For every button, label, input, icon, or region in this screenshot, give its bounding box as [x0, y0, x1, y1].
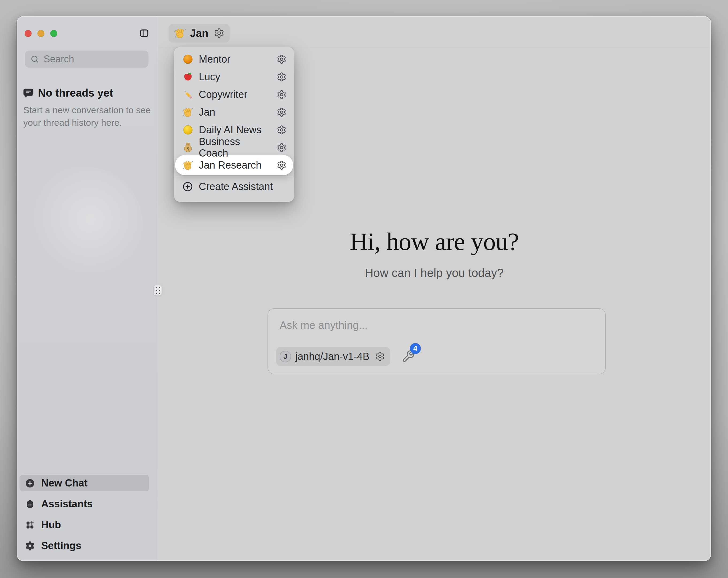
window-content: Search No threads yet Start a new conver…: [18, 17, 710, 560]
gear-filled-icon: [25, 541, 35, 551]
sidebar: Search No threads yet Start a new conver…: [18, 17, 158, 560]
menu-item-create-assistant[interactable]: Create Assistant: [174, 178, 294, 195]
model-name: janhq/Jan-v1-4B: [295, 351, 369, 362]
nav-label: Assistants: [41, 498, 93, 510]
sidebar-item-settings[interactable]: Settings: [20, 537, 149, 554]
menu-item-lucy[interactable]: Lucy: [174, 68, 294, 85]
orange-circle-icon: [182, 53, 194, 65]
gear-icon[interactable]: [277, 107, 287, 117]
traffic-lights: [25, 30, 57, 37]
gear-icon[interactable]: [277, 143, 287, 153]
chat-bubble-icon: [23, 87, 34, 99]
greeting-subtitle: How can I help you today?: [158, 266, 710, 280]
hub-grid-icon: [25, 520, 35, 530]
svg-text:$: $: [186, 146, 189, 151]
plus-circle-outline-icon: [182, 181, 193, 192]
search-icon: [30, 55, 39, 64]
waving-hand-icon: [182, 106, 194, 118]
sidebar-item-assistants[interactable]: Assistants: [20, 496, 149, 512]
composer[interactable]: Ask me anything... J janhq/Jan-v1-4B 4: [267, 308, 606, 374]
money-bag-icon: $: [182, 142, 194, 153]
sidebar-resize-handle[interactable]: [154, 285, 162, 296]
waving-hand-icon: [182, 159, 194, 171]
empty-state-title: No threads yet: [38, 87, 113, 99]
composer-toolbar: J janhq/Jan-v1-4B 4: [276, 347, 415, 366]
gear-icon[interactable]: [375, 351, 385, 361]
menu-separator: [174, 176, 294, 176]
menu-item-business-coach[interactable]: $ Business Coach: [174, 139, 294, 156]
gear-icon[interactable]: [277, 160, 287, 170]
assistant-selector-button[interactable]: Jan: [168, 24, 230, 43]
plus-circle-icon: [25, 478, 35, 488]
app-window: Search No threads yet Start a new conver…: [17, 16, 711, 561]
desktop-background: Search No threads yet Start a new conver…: [0, 0, 728, 578]
sidebar-toggle-button[interactable]: [139, 28, 149, 38]
composer-placeholder: Ask me anything...: [280, 319, 368, 331]
sidebar-item-hub[interactable]: Hub: [20, 517, 149, 533]
menu-item-jan[interactable]: Jan: [174, 103, 294, 121]
current-assistant-name: Jan: [190, 27, 208, 39]
zoom-button[interactable]: [50, 30, 57, 37]
sidebar-toggle-icon: [139, 35, 149, 39]
waving-hand-icon: [174, 27, 186, 39]
close-button[interactable]: [25, 30, 31, 37]
nav-label: New Chat: [41, 477, 87, 489]
apple-icon: [182, 71, 194, 83]
search-input[interactable]: Search: [25, 51, 149, 68]
pencil-icon: [182, 89, 194, 100]
empty-threads-state: No threads yet Start a new conversation …: [23, 87, 152, 129]
gear-icon[interactable]: [277, 125, 287, 135]
gear-icon[interactable]: [277, 54, 287, 64]
greeting: Hi, how are you? How can I help you toda…: [158, 228, 710, 280]
search-placeholder: Search: [44, 53, 74, 65]
greeting-title: Hi, how are you?: [158, 228, 710, 255]
sidebar-bottom-nav: New Chat Assistants Hub Settings: [20, 475, 149, 554]
nav-label: Settings: [41, 540, 81, 552]
empty-state-description: Start a new conversation to see your thr…: [23, 104, 152, 129]
tools-button[interactable]: 4: [401, 350, 415, 363]
menu-item-mentor[interactable]: Mentor: [174, 50, 294, 68]
sidebar-item-new-chat[interactable]: New Chat: [20, 475, 149, 491]
assistant-menu: Mentor Lucy Copywriter Jan: [174, 47, 294, 202]
minimize-button[interactable]: [37, 30, 45, 37]
gear-icon[interactable]: [277, 90, 287, 100]
yellow-circle-icon: [182, 124, 194, 136]
menu-item-copywriter[interactable]: Copywriter: [174, 85, 294, 103]
gear-icon[interactable]: [214, 28, 225, 39]
model-avatar: J: [280, 351, 291, 362]
nav-label: Hub: [41, 519, 61, 531]
gear-icon[interactable]: [277, 72, 287, 82]
assistant-bot-icon: [25, 499, 35, 509]
tools-count-badge: 4: [410, 343, 421, 354]
model-selector[interactable]: J janhq/Jan-v1-4B: [276, 347, 390, 366]
